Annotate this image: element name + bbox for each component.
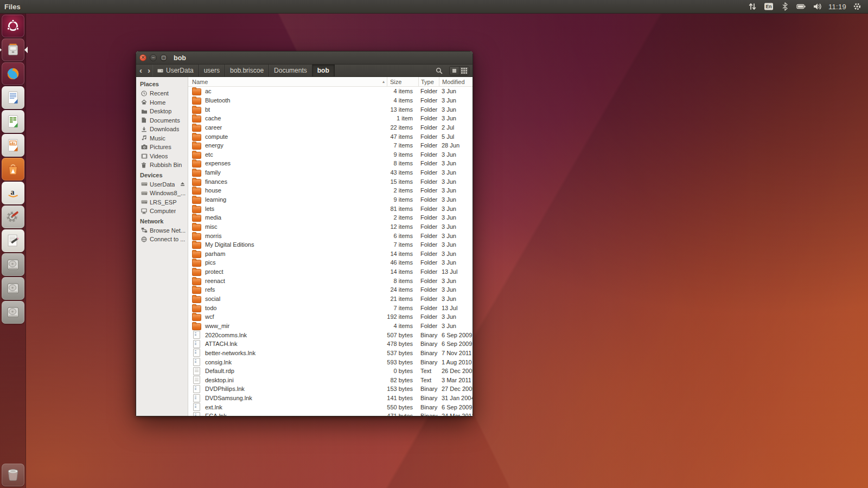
sidebar-item[interactable]: Browse Net... [136, 226, 188, 235]
launcher-item[interactable] [2, 464, 24, 486]
file-row[interactable]: ext.lnk 550 bytes Binary 6 Sep 2009 [188, 402, 473, 412]
file-row[interactable]: pics 46 items Folder 3 Jun [188, 258, 473, 267]
volume-icon[interactable] [812, 1, 823, 12]
network-arrows-icon[interactable] [747, 1, 758, 12]
file-row[interactable]: house 2 items Folder 3 Jun [188, 186, 473, 195]
binary-icon [193, 349, 200, 357]
session-gear-icon[interactable] [852, 1, 863, 12]
file-row[interactable]: My Digital Editions 7 items Folder 3 Jun [188, 240, 473, 249]
column-name[interactable]: Name ▴ [188, 77, 387, 86]
file-row[interactable]: ATTACH.lnk 478 bytes Binary 6 Sep 2009 [188, 339, 473, 349]
file-row[interactable]: Default.rdp 0 bytes Text 26 Dec 2005 [188, 367, 473, 376]
file-row[interactable]: misc 12 items Folder 3 Jun [188, 222, 473, 232]
file-row[interactable]: cache 1 item Folder 3 Jun [188, 114, 473, 123]
column-size[interactable]: Size [387, 77, 418, 86]
file-row[interactable]: social 21 items Folder 3 Jun [188, 294, 473, 304]
file-row[interactable]: career 22 items Folder 2 Jul [188, 123, 473, 132]
download-icon [141, 126, 148, 132]
sidebar-item[interactable]: Rubbish Bin [136, 160, 188, 170]
column-type[interactable]: Type [418, 77, 439, 86]
sidebar-item[interactable]: Pictures [136, 143, 188, 152]
file-row[interactable]: compute 47 items Folder 5 Jul [188, 132, 473, 141]
back-button[interactable]: ‹ [139, 66, 142, 75]
sidebar-item[interactable]: UserData [136, 180, 188, 189]
sidebar-item[interactable]: Documents [136, 116, 188, 125]
list-view-button[interactable] [459, 67, 469, 75]
binary-icon [193, 403, 200, 411]
launcher-item[interactable] [2, 134, 24, 157]
file-row[interactable]: Bluetooth 4 items Folder 3 Jun [188, 96, 473, 105]
file-row[interactable]: refs 24 items Folder 3 Jun [188, 285, 473, 294]
file-row[interactable]: parham 14 items Folder 3 Jun [188, 249, 473, 259]
file-row[interactable]: bt 13 items Folder 3 Jun [188, 105, 473, 114]
places-header: Places [136, 79, 188, 89]
file-row[interactable]: desktop.ini 82 bytes Text 3 Mar 2011 [188, 376, 473, 385]
file-row[interactable]: etc 9 items Folder 3 Jun [188, 150, 473, 159]
breadcrumb-item[interactable]: Documents [269, 65, 312, 76]
launcher-item[interactable] [2, 229, 24, 252]
file-row[interactable]: wcf 192 items Folder 3 Jun [188, 312, 473, 322]
file-row[interactable]: consig.lnk 593 bytes Binary 1 Aug 2010 [188, 357, 473, 367]
close-button[interactable]: ✕ [139, 54, 146, 61]
launcher-item[interactable] [2, 301, 24, 324]
sidebar-item[interactable]: Home [136, 98, 188, 107]
file-row[interactable]: morris 6 items Folder 3 Jun [188, 231, 473, 240]
file-row[interactable]: learning 9 items Folder 3 Jun [188, 195, 473, 204]
file-row[interactable]: ac 4 items Folder 3 Jun [188, 87, 473, 96]
launcher-item[interactable] [2, 86, 24, 109]
file-row[interactable]: family 43 items Folder 3 Jun [188, 168, 473, 177]
file-row[interactable]: lets 81 items Folder 3 Jun [188, 204, 473, 213]
sidebar-item[interactable]: Computer [136, 207, 188, 216]
file-row[interactable]: expenses 8 items Folder 3 Jun [188, 159, 473, 168]
column-modified[interactable]: Modified [439, 77, 473, 86]
icon-view-button[interactable] [450, 67, 459, 75]
sidebar-item[interactable]: Videos [136, 152, 188, 161]
breadcrumb-item[interactable]: UserData [152, 65, 199, 76]
file-row[interactable]: finances 15 items Folder 3 Jun [188, 177, 473, 186]
launcher-item[interactable] [2, 158, 24, 181]
launcher-item[interactable] [2, 206, 24, 228]
system-tray: En 11:19 [747, 1, 863, 12]
places-sidebar: Places Recent Home Desktop Documents [136, 77, 188, 416]
sidebar-item[interactable]: Desktop [136, 107, 188, 116]
launcher-item[interactable] [2, 253, 24, 276]
file-row[interactable]: protect 14 items Folder 13 Jul [188, 267, 473, 277]
breadcrumb-item[interactable]: bob [312, 65, 335, 76]
eject-icon[interactable] [180, 182, 185, 187]
file-row[interactable]: reenact 8 items Folder 3 Jun [188, 276, 473, 285]
launcher-item[interactable] [2, 38, 24, 61]
sidebar-item[interactable]: Recent [136, 89, 188, 98]
sidebar-item[interactable]: LRS_ESP [136, 198, 188, 207]
file-row[interactable]: todo 7 items Folder 13 Jul [188, 303, 473, 312]
launcher-item[interactable] [2, 110, 24, 133]
file-row[interactable]: www_mir 4 items Folder 3 Jun [188, 322, 473, 331]
launcher-item[interactable]: a [2, 182, 24, 204]
file-row[interactable]: energy 7 items Folder 28 Jun [188, 141, 473, 150]
file-row[interactable]: better-networks.lnk 537 bytes Binary 7 N… [188, 349, 473, 358]
sidebar-item[interactable]: Windows8_... [136, 189, 188, 198]
active-app-name[interactable]: Files [4, 3, 21, 11]
clock-indicator[interactable]: 11:19 [828, 3, 846, 11]
file-row[interactable]: ECA.lnk 471 bytes Binary 24 Mar 2012 [188, 412, 473, 416]
search-button[interactable] [432, 66, 446, 75]
file-row[interactable]: DVDSamsung.lnk 141 bytes Binary 31 Jan 2… [188, 394, 473, 403]
sidebar-item[interactable]: Connect to ... [136, 235, 188, 244]
file-row[interactable]: media 2 items Folder 3 Jun [188, 213, 473, 222]
breadcrumb-item[interactable]: users [199, 65, 225, 76]
minimize-button[interactable]: – [150, 54, 157, 61]
sidebar-item[interactable]: Music [136, 134, 188, 143]
titlebar[interactable]: ✕ – ▢ bob [136, 52, 473, 65]
bluetooth-icon[interactable] [780, 1, 790, 12]
launcher-item[interactable] [2, 62, 24, 85]
keyboard-icon[interactable]: En [763, 1, 774, 12]
breadcrumb-item[interactable]: bob.briscoe [225, 65, 269, 76]
battery-icon[interactable] [796, 1, 807, 12]
ubuntu-logo-icon [5, 18, 21, 34]
file-row[interactable]: DVDPhilips.lnk 153 bytes Binary 27 Dec 2… [188, 384, 473, 394]
forward-button[interactable]: › [148, 66, 150, 75]
launcher-item[interactable] [2, 277, 24, 300]
file-row[interactable]: 2020comms.lnk 507 bytes Binary 6 Sep 200… [188, 330, 473, 339]
maximize-button[interactable]: ▢ [160, 54, 167, 61]
sidebar-item[interactable]: Downloads [136, 125, 188, 134]
launcher-item[interactable] [2, 15, 24, 37]
